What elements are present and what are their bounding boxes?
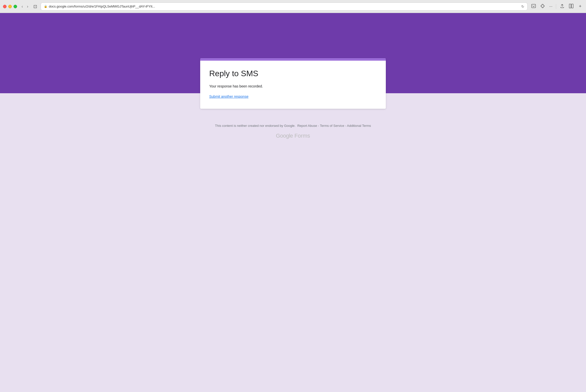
close-button[interactable] [3,5,7,8]
back-button[interactable]: ‹ [20,4,24,9]
sidebar-button[interactable]: ⊡ [32,3,39,10]
maximize-button[interactable] [14,5,17,8]
footer-disclaimer: This content is neither created nor endo… [215,124,371,128]
forms-logo-text: Forms [295,133,310,139]
browser-actions: ··· [530,3,575,11]
reload-button[interactable]: ↻ [521,5,524,9]
share-button[interactable] [558,3,566,11]
pocket-button[interactable] [530,3,538,11]
report-abuse-link[interactable]: Report Abuse [297,124,317,128]
response-message: Your response has been recorded. [209,84,377,88]
response-card: Reply to SMS Your response has been reco… [200,58,386,109]
submit-another-link[interactable]: Submit another response [209,94,248,99]
url-text: docs.google.com/forms/u/2/d/e/1FAIpQLSeM… [49,5,520,8]
browser-chrome: ‹ › ⊡ 🔒 docs.google.com/forms/u/2/d/e/1F… [0,0,586,13]
svg-rect-2 [571,4,573,8]
footer: This content is neither created nor endo… [215,124,371,149]
additional-terms-link[interactable]: Additional Terms [347,124,371,128]
extensions-button[interactable] [539,3,547,11]
divider [556,4,556,9]
terms-of-service-link[interactable]: Terms of Service [320,124,344,128]
google-forms-logo: Google Forms [215,133,371,139]
lock-icon: 🔒 [44,5,47,8]
page-wrapper: Reply to SMS Your response has been reco… [0,13,586,392]
light-background: Reply to SMS Your response has been reco… [0,93,586,392]
form-title: Reply to SMS [209,69,377,78]
traffic-lights [3,5,17,8]
address-bar[interactable]: 🔒 docs.google.com/forms/u/2/d/e/1FAIpQLS… [41,3,528,11]
svg-rect-0 [532,4,536,8]
svg-rect-1 [569,4,571,8]
google-logo-text: Google [276,133,293,139]
nav-buttons: ‹ › [20,4,30,9]
forward-button[interactable]: › [25,4,30,9]
minimize-button[interactable] [8,5,12,8]
card-content: Reply to SMS Your response has been reco… [200,61,386,109]
add-tab-button[interactable]: + [577,3,583,10]
card-container: Reply to SMS Your response has been reco… [200,58,386,109]
reader-button[interactable] [567,3,575,11]
menu-button[interactable]: ··· [548,3,554,10]
